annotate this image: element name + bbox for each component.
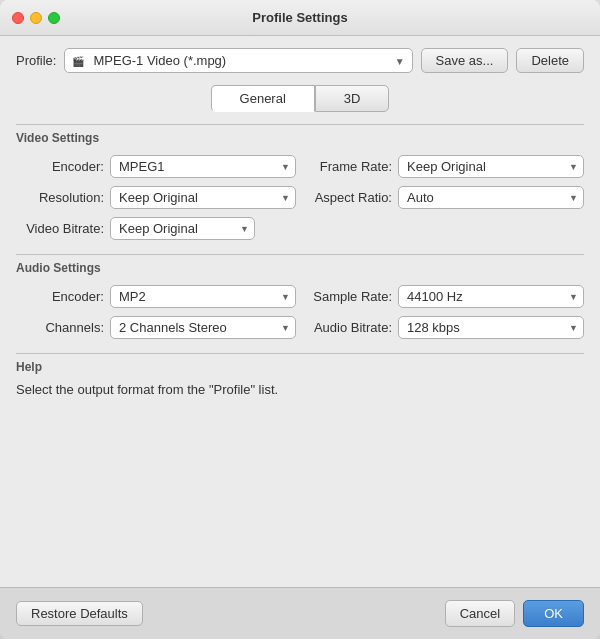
- channels-dropdown[interactable]: 2 Channels Stereo: [110, 316, 296, 339]
- restore-defaults-button[interactable]: Restore Defaults: [16, 601, 143, 626]
- help-section: Help Select the output format from the "…: [16, 353, 584, 575]
- tabs-row: General 3D: [16, 85, 584, 112]
- profile-select-wrapper: 🎬 MPEG-1 Video (*.mpg) ▼: [64, 48, 412, 73]
- tab-general[interactable]: General: [211, 85, 315, 112]
- cancel-button[interactable]: Cancel: [445, 600, 515, 627]
- sample-rate-select-wrapper: 44100 Hz ▼: [398, 285, 584, 308]
- resolution-label: Resolution:: [24, 190, 104, 205]
- audio-bitrate-row: Audio Bitrate: 128 kbps ▼: [312, 316, 584, 339]
- video-settings-grid: Encoder: MPEG1 ▼ Frame Rate: Keep Origin…: [24, 155, 584, 209]
- audio-encoder-dropdown[interactable]: MP2: [110, 285, 296, 308]
- close-button[interactable]: [12, 12, 24, 24]
- maximize-button[interactable]: [48, 12, 60, 24]
- audio-bitrate-select-wrapper: 128 kbps ▼: [398, 316, 584, 339]
- channels-label: Channels:: [24, 320, 104, 335]
- help-text: Select the output format from the "Profi…: [16, 382, 584, 397]
- traffic-lights: [12, 12, 60, 24]
- minimize-button[interactable]: [30, 12, 42, 24]
- bottom-right-buttons: Cancel OK: [445, 600, 584, 627]
- video-bitrate-label: Video Bitrate:: [24, 221, 104, 236]
- video-bitrate-dropdown[interactable]: Keep Original: [110, 217, 255, 240]
- aspect-ratio-label: Aspect Ratio:: [312, 190, 392, 205]
- delete-button[interactable]: Delete: [516, 48, 584, 73]
- encoder-select-wrapper: MPEG1 ▼: [110, 155, 296, 178]
- aspect-ratio-dropdown[interactable]: Auto: [398, 186, 584, 209]
- audio-bitrate-dropdown[interactable]: 128 kbps: [398, 316, 584, 339]
- aspect-ratio-row: Aspect Ratio: Auto ▼: [312, 186, 584, 209]
- frame-rate-dropdown[interactable]: Keep Original: [398, 155, 584, 178]
- video-settings-section: Video Settings Encoder: MPEG1 ▼ Frame Ra…: [16, 124, 584, 240]
- sample-rate-label: Sample Rate:: [312, 289, 392, 304]
- frame-rate-row: Frame Rate: Keep Original ▼: [312, 155, 584, 178]
- audio-encoder-row: Encoder: MP2 ▼: [24, 285, 296, 308]
- frame-rate-select-wrapper: Keep Original ▼: [398, 155, 584, 178]
- video-settings-title: Video Settings: [16, 131, 584, 145]
- channels-select-wrapper: 2 Channels Stereo ▼: [110, 316, 296, 339]
- channels-row: Channels: 2 Channels Stereo ▼: [24, 316, 296, 339]
- ok-button[interactable]: OK: [523, 600, 584, 627]
- save-as-button[interactable]: Save as...: [421, 48, 509, 73]
- video-bitrate-row: Video Bitrate: Keep Original ▼: [24, 217, 584, 240]
- frame-rate-label: Frame Rate:: [312, 159, 392, 174]
- audio-settings-grid: Encoder: MP2 ▼ Sample Rate: 44100 Hz ▼: [24, 285, 584, 339]
- profile-row: Profile: 🎬 MPEG-1 Video (*.mpg) ▼ Save a…: [16, 48, 584, 73]
- video-bitrate-select-wrapper: Keep Original ▼: [110, 217, 255, 240]
- sample-rate-dropdown[interactable]: 44100 Hz: [398, 285, 584, 308]
- aspect-ratio-select-wrapper: Auto ▼: [398, 186, 584, 209]
- encoder-dropdown[interactable]: MPEG1: [110, 155, 296, 178]
- window-title: Profile Settings: [252, 10, 347, 25]
- help-title: Help: [16, 360, 584, 374]
- encoder-label: Encoder:: [24, 159, 104, 174]
- audio-encoder-label: Encoder:: [24, 289, 104, 304]
- audio-settings-section: Audio Settings Encoder: MP2 ▼ Sample Rat…: [16, 254, 584, 339]
- resolution-select-wrapper: Keep Original ▼: [110, 186, 296, 209]
- audio-settings-title: Audio Settings: [16, 261, 584, 275]
- resolution-dropdown[interactable]: Keep Original: [110, 186, 296, 209]
- profile-label: Profile:: [16, 53, 56, 68]
- resolution-row: Resolution: Keep Original ▼: [24, 186, 296, 209]
- audio-encoder-select-wrapper: MP2 ▼: [110, 285, 296, 308]
- bottom-bar: Restore Defaults Cancel OK: [0, 587, 600, 639]
- title-bar: Profile Settings: [0, 0, 600, 36]
- tab-3d[interactable]: 3D: [315, 85, 390, 112]
- sample-rate-row: Sample Rate: 44100 Hz ▼: [312, 285, 584, 308]
- audio-bitrate-label: Audio Bitrate:: [312, 320, 392, 335]
- main-content: Profile: 🎬 MPEG-1 Video (*.mpg) ▼ Save a…: [0, 36, 600, 587]
- profile-dropdown[interactable]: MPEG-1 Video (*.mpg): [64, 48, 412, 73]
- encoder-row: Encoder: MPEG1 ▼: [24, 155, 296, 178]
